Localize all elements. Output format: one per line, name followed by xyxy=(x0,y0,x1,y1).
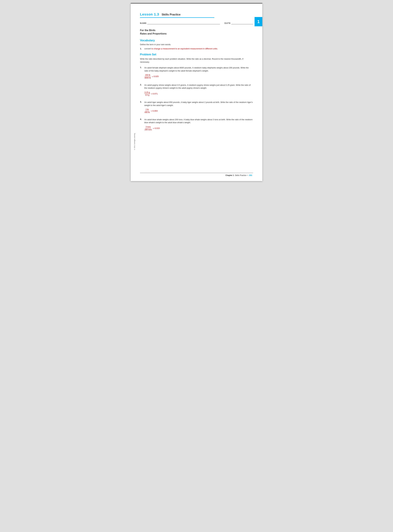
fraction-2: 0.25 g 3.5 g xyxy=(144,91,150,97)
numerator-4: 3 tons xyxy=(145,126,151,128)
denominator-2: 3.5 g xyxy=(145,94,150,97)
lesson-title: Skills Practice xyxy=(162,13,181,16)
problem-text-2: An adult pygmy shrew weighs about 3.5 gr… xyxy=(144,84,253,90)
date-label: DATE xyxy=(225,22,231,24)
footer-skills: Skills Practice xyxy=(235,174,246,176)
page-footer: Chapter 1 Skills Practice • 353 xyxy=(140,173,253,176)
vocab-term-1: convert to change a measurement to an eq… xyxy=(144,48,218,50)
date-line xyxy=(231,21,253,24)
denominator-4: 200 tons xyxy=(144,128,152,131)
problem-number-3: 3. xyxy=(140,101,143,114)
vocab-item-1: 1. convert to change a measurement to an… xyxy=(140,48,253,50)
fraction-1: 200 lb 8000 lb xyxy=(144,74,151,79)
fraction-3: 2 lb 650 lb xyxy=(144,108,150,114)
answer-value-4: 0.015 xyxy=(155,127,160,129)
answer-block-3: 2 lb 650 lb ≈ 0.003 xyxy=(144,108,253,114)
answer-block-2: 0.25 g 3.5 g ≈ 0.071 xyxy=(144,91,253,97)
name-label: NAME xyxy=(140,22,147,24)
problem-text-4: An adult blue whale weighs about 200 ton… xyxy=(144,118,253,124)
problem-text-3: An adult tiger weighs about 650 pounds. … xyxy=(144,101,253,107)
vocabulary-heading: Vocabulary xyxy=(140,39,253,42)
problem-set-instruction: Write the ratio described by each proble… xyxy=(140,58,253,63)
denominator-3: 650 lb xyxy=(144,111,150,114)
numerator-2: 0.25 g xyxy=(144,91,150,94)
header-underline xyxy=(140,17,214,18)
answer-value-2: 0.071 xyxy=(153,92,158,95)
problem-number-1: 1. xyxy=(140,66,143,79)
answer-value-3: 0.003 xyxy=(152,110,158,112)
numerator-1: 200 lb xyxy=(145,74,151,77)
footer-page-number: 353 xyxy=(249,174,252,176)
top-border xyxy=(131,3,262,4)
lesson-number: Lesson 1.3 xyxy=(140,12,159,16)
denominator-1: 8000 lb xyxy=(144,77,151,79)
problem-content-4: An adult blue whale weighs about 200 ton… xyxy=(144,118,253,131)
equal-sign-2: ≈ xyxy=(151,92,152,95)
footer-bullet: • xyxy=(247,174,248,176)
problem-content-3: An adult tiger weighs about 650 pounds. … xyxy=(144,101,253,114)
problem-content-2: An adult pygmy shrew weighs about 3.5 gr… xyxy=(144,84,253,97)
problem-set-heading: Problem Set xyxy=(140,53,253,56)
equal-sign-1: = xyxy=(152,75,153,78)
vocab-answer-1: to change a measurement to an equivalent… xyxy=(152,48,218,50)
problem-item-3: 3. An adult tiger weighs about 650 pound… xyxy=(140,101,253,114)
name-date-row: NAME DATE xyxy=(140,21,253,24)
problem-number-4: 4. xyxy=(140,118,143,131)
equal-sign-3: ≈ xyxy=(151,110,152,112)
numerator-3: 2 lb xyxy=(145,108,149,111)
problem-number-2: 2. xyxy=(140,84,143,97)
equal-sign-4: = xyxy=(153,127,154,130)
answer-block-1: 200 lb 8000 lb = 0.025 xyxy=(144,74,253,79)
fraction-4: 3 tons 200 tons xyxy=(144,126,152,131)
problem-item-1: 1. An adult female elephant weighs about… xyxy=(140,66,253,79)
name-line xyxy=(147,21,220,24)
problem-text-1: An adult female elephant weighs about 80… xyxy=(144,66,253,72)
footer-chapter: Chapter 1 xyxy=(226,174,234,176)
lesson-header: Lesson 1.3 Skills Practice xyxy=(140,12,253,16)
worksheet-page: 1 Lesson 1.3 Skills Practice NAME DATE F… xyxy=(131,3,262,181)
copyright: © 2011 Carnegie Learning xyxy=(134,133,135,150)
worksheet-title-line2: Rates and Proportions xyxy=(140,32,253,35)
vocab-number-1: 1. xyxy=(140,48,143,50)
page-tab: 1 xyxy=(255,17,262,26)
worksheet-title-line1: For the Birds xyxy=(140,29,253,32)
problem-item-4: 4. An adult blue whale weighs about 200 … xyxy=(140,118,253,131)
problem-item-2: 2. An adult pygmy shrew weighs about 3.5… xyxy=(140,84,253,97)
vocab-instruction: Define the term in your own words. xyxy=(140,43,253,46)
answer-value-1: 0.025 xyxy=(154,75,159,77)
answer-block-4: 3 tons 200 tons = 0.015 xyxy=(144,126,253,131)
problem-content-1: An adult female elephant weighs about 80… xyxy=(144,66,253,79)
